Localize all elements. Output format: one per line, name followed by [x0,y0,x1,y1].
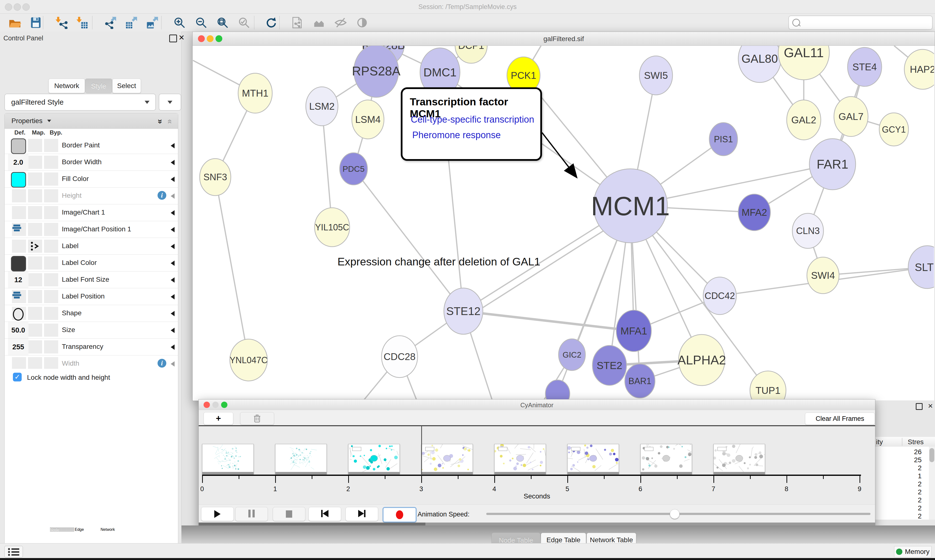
zoom-out-button[interactable] [192,15,210,31]
float-panel-icon[interactable] [916,403,923,410]
bypass-cell[interactable] [44,323,58,337]
discrete-mapping-icon[interactable] [29,241,40,252]
annotation-arrow[interactable] [542,132,576,177]
bypass-cell[interactable] [44,189,58,202]
save-session-button[interactable] [27,15,45,31]
animation-speed-slider[interactable] [486,513,870,515]
property-row-label[interactable]: Label [5,238,178,255]
mapping-cell[interactable] [28,290,42,303]
style-selector[interactable]: galFiltered Style [5,94,156,111]
hide-graphics-details-button[interactable] [332,15,350,31]
mapping-cell[interactable] [28,307,42,320]
frame-thumbnail-0[interactable] [202,444,254,474]
table-cell-radiality[interactable]: 2 [918,488,922,496]
expand-row-icon[interactable] [171,143,174,148]
lock-size-checkbox[interactable]: ✓ [13,373,22,382]
expand-row-icon[interactable] [171,177,174,182]
search-box[interactable] [788,15,933,30]
tab-style[interactable]: Style [85,78,112,93]
frame-thumbnail-7[interactable] [713,444,765,474]
network-window-titlebar[interactable]: galFiltered.sif [193,32,935,46]
bypass-cell[interactable] [44,357,58,370]
column-radiality[interactable]: ity [876,438,883,446]
zoom-fit-button[interactable] [213,15,231,31]
info-icon[interactable]: i [157,359,166,368]
pause-button[interactable] [235,507,268,521]
bypass-cell[interactable] [44,206,58,219]
float-panel-icon[interactable] [169,35,177,42]
tab-node[interactable]: Node [50,528,74,532]
property-row-label-color[interactable]: Label Color [5,255,178,271]
column-divider[interactable] [902,438,903,446]
mapping-cell[interactable] [28,156,42,169]
table-cell-radiality[interactable]: 26 [914,448,922,456]
default-cell[interactable] [12,206,26,219]
mapping-cell[interactable] [28,273,42,286]
bypass-cell[interactable] [44,172,58,186]
mapping-cell[interactable] [28,139,42,152]
property-row-label-position[interactable]: Label Position [5,288,178,305]
frame-thumbnail-1[interactable] [275,444,327,474]
export-network-button[interactable] [101,15,119,31]
annotation-link-1[interactable]: Cell-type-specific transcription [411,114,534,125]
refresh-network-button[interactable] [262,15,280,31]
bypass-cell[interactable] [44,273,58,286]
search-input[interactable] [802,17,932,28]
add-frame-button[interactable]: + [204,412,233,425]
default-value[interactable]: 12 [8,271,28,288]
expand-row-icon[interactable] [171,328,174,333]
play-button[interactable] [201,507,234,521]
edge[interactable] [215,177,248,360]
property-row-transparency[interactable]: 255Transparency [5,338,178,355]
table-scrollbar[interactable] [929,447,935,520]
network-overview-button[interactable] [310,15,328,31]
expand-row-icon[interactable] [171,345,174,350]
properties-header[interactable]: Properties » « [5,113,178,129]
bypass-cell[interactable] [44,223,58,236]
edge[interactable] [463,311,634,331]
tab-edge[interactable]: Edge [75,528,100,532]
expand-row-icon[interactable] [171,227,174,232]
bypass-cell[interactable] [44,256,58,269]
bypass-cell[interactable] [44,340,58,354]
default-cell[interactable] [12,240,26,253]
stop-button[interactable] [273,507,305,521]
info-icon[interactable]: i [157,191,166,200]
slider-thumb[interactable] [670,509,680,519]
style-options-button[interactable] [159,94,181,111]
default-cell[interactable] [12,357,26,370]
clear-all-frames-button[interactable]: Clear All Frames [805,412,875,425]
position-icon[interactable] [12,223,22,233]
timeline[interactable]: 0123456789 Seconds [199,426,875,505]
property-row-shape[interactable]: Shape [5,305,178,322]
bypass-cell[interactable] [44,290,58,303]
annotation-box[interactable]: Transcription factor MCM1 Cell-type-spec… [401,87,542,161]
property-row-image-chart-1[interactable]: Image/Chart 1 [5,205,178,221]
expand-row-icon[interactable] [171,194,174,199]
export-document-button[interactable] [288,15,306,31]
annotation-link-2[interactable]: Pheromone response [412,130,501,140]
color-swatch[interactable] [11,138,26,154]
table-cell-radiality[interactable]: 2 [918,496,922,504]
default-value[interactable]: 50.0 [8,322,28,338]
frame-thumbnail-2[interactable] [348,444,400,474]
import-network-button[interactable] [52,15,70,31]
task-history-button[interactable] [5,546,23,558]
zoom-selected-button[interactable] [235,15,253,31]
expand-row-icon[interactable] [171,294,174,300]
property-row-border-width[interactable]: 2.0Border Width [5,154,178,171]
default-value[interactable]: 2.0 [8,154,28,171]
close-panel-icon[interactable]: ✕ [928,402,933,410]
frame-thumbnail-4[interactable] [494,444,546,474]
bypass-cell[interactable] [44,156,58,169]
mapping-cell[interactable] [28,357,42,370]
node-node_x[interactable] [545,380,570,400]
bypass-cell[interactable] [44,307,58,320]
expand-row-icon[interactable] [171,210,174,215]
record-button[interactable] [383,507,417,523]
bypass-cell[interactable] [44,240,58,253]
default-value[interactable]: 255 [8,338,28,355]
expand-all-icon[interactable]: » [156,119,165,124]
property-row-label-font-size[interactable]: 12Label Font Size [5,271,178,288]
export-image-button[interactable] [143,15,161,31]
